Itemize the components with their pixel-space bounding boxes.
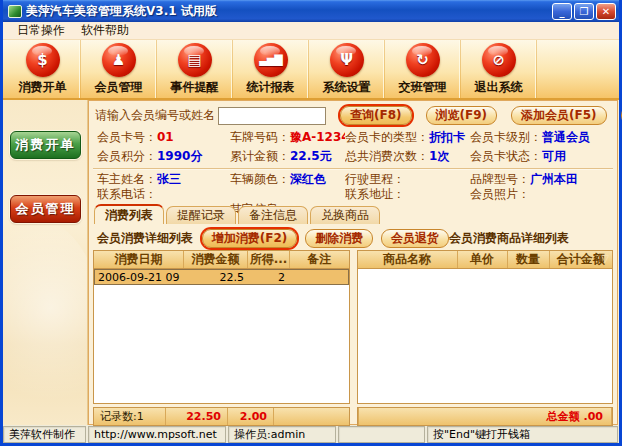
consume-row-selected[interactable]: 2006-09-21 09 22.5 2 xyxy=(94,269,349,285)
main-panel: 请输入会员编号或姓名 查询(F8) 浏览(F9) 添加会员(F5) 清除会员信息… xyxy=(88,100,618,425)
contact-address: 联系地址： xyxy=(345,186,470,201)
toolbar-shift-management[interactable]: ↻ 交班管理 xyxy=(385,40,461,98)
col-remark[interactable]: 备注 xyxy=(290,251,349,268)
toolbar-event-reminder[interactable]: ▤ 事件提醒 xyxy=(157,40,233,98)
goods-table-body xyxy=(358,269,613,403)
status-cashbox-hint: 按"End"键打开钱箱 xyxy=(427,426,618,443)
total-consume-count: 总共消费次数：1次 xyxy=(345,148,470,167)
app-icon xyxy=(8,5,22,18)
member-search-input[interactable] xyxy=(218,107,326,125)
consume-actions-row: 会员消费详细列表 增加消费(F2) 删除消费 会员退货 会员消费商品详细列表 xyxy=(97,227,609,249)
browse-button[interactable]: 浏览(F9) xyxy=(426,106,498,125)
sort-triangle-icon: ▽ xyxy=(601,253,609,264)
menu-software-help[interactable]: 软件帮助 xyxy=(73,22,137,39)
add-consume-button[interactable]: 增加消费(F2) xyxy=(202,229,298,248)
tab-remark-info[interactable]: 备注信息 xyxy=(238,206,308,224)
tab-consume-list[interactable]: 消费列表 xyxy=(94,204,164,224)
member-card-number: 会员卡号：01 xyxy=(97,129,230,148)
consume-totals-strip: 记录数:1 22.50 2.00 xyxy=(93,407,350,426)
member-refund-button[interactable]: 会员退货 xyxy=(381,229,449,248)
consume-list-title: 会员消费详细列表 xyxy=(97,230,193,247)
tab-reminder-records[interactable]: 提醒记录 xyxy=(166,206,236,224)
tables-area: 消费日期 消费金额 所得... 备注 2006-09-21 09 22.5 2 xyxy=(93,250,613,404)
col-earned-points[interactable]: 所得... xyxy=(248,251,290,268)
query-button[interactable]: 查询(F8) xyxy=(340,106,412,125)
col-consume-date[interactable]: 消费日期 xyxy=(94,251,184,268)
card-type: 会员卡的类型：折扣卡 xyxy=(345,129,470,148)
member-search-row: 请输入会员编号或姓名 查询(F8) 浏览(F9) 添加会员(F5) 清除会员信息 xyxy=(95,104,613,127)
status-website[interactable]: http://www.mpsoft.net xyxy=(88,426,226,443)
mileage: 行驶里程： xyxy=(345,171,470,186)
status-operator: 操作员:admin xyxy=(228,426,336,443)
info-divider xyxy=(93,168,613,170)
member-photo: 会员照片： xyxy=(470,186,613,201)
col-consume-amount[interactable]: 消费金额 xyxy=(184,251,248,268)
goods-total: 总金额 .00 xyxy=(358,408,613,425)
search-label: 请输入会员编号或姓名 xyxy=(95,107,215,124)
member-points: 会员积分：1990分 xyxy=(97,148,230,167)
toolbar-system-settings[interactable]: Ψ 系统设置 xyxy=(309,40,385,98)
consume-detail-table[interactable]: 消费日期 消费金额 所得... 备注 2006-09-21 09 22.5 2 xyxy=(93,250,350,404)
owner-name: 车主姓名：张三 xyxy=(97,171,230,186)
consume-table-header: 消费日期 消费金额 所得... 备注 xyxy=(94,251,349,269)
toolbar-consume-billing[interactable]: $ 消费开单 xyxy=(5,40,81,98)
menu-daily-operations[interactable]: 日常操作 xyxy=(9,22,73,39)
vehicle-color: 车辆颜色：深红色 xyxy=(230,171,345,186)
sidebar-member-management-button[interactable]: 会员管理 xyxy=(10,195,81,223)
menu-bar: 日常操作 软件帮助 xyxy=(3,22,619,40)
goods-list-title: 会员消费商品详细列表 xyxy=(449,230,569,247)
totals-row: 记录数:1 22.50 2.00 总金额 .00 xyxy=(93,407,613,426)
brand-model: 品牌型号：广州本田 xyxy=(470,171,613,186)
sidebar: 消费开单 会员管理 xyxy=(3,100,88,425)
status-bar: 美萍软件制作 http://www.mpsoft.net 操作员:admin 按… xyxy=(3,425,619,443)
consume-table-body: 2006-09-21 09 22.5 2 xyxy=(94,269,349,403)
close-button[interactable]: ✕ xyxy=(596,3,616,20)
col-goods-name[interactable]: 商品名称 xyxy=(358,251,458,268)
notebook-icon: ▤ xyxy=(178,43,212,77)
total-amount-label: 总金额 xyxy=(547,409,580,424)
status-empty xyxy=(338,426,425,443)
points-sum: 2.00 xyxy=(228,408,274,425)
col-quantity[interactable]: 数量 xyxy=(508,251,550,268)
plate-number: 车牌号码：豫A-12345 xyxy=(230,129,345,148)
title-bar: 美萍汽车美容管理系统V3.1 试用版 _ ❐ ✕ xyxy=(3,0,619,22)
card-level: 会员卡级别：普通会员 xyxy=(470,129,613,148)
total-amount-value: .00 xyxy=(584,410,604,423)
col-unit-price[interactable]: 单价 xyxy=(458,251,508,268)
toolbar: $ 消费开单 ♟ 会员管理 ▤ 事件提醒 ▃▅▇ 统计报表 Ψ 系统设置 ↻ 交… xyxy=(3,40,619,100)
goods-totals-strip: 总金额 .00 xyxy=(357,407,614,426)
member-info-top: 会员卡号：01 车牌号码：豫A-12345 会员卡的类型：折扣卡 会员卡级别：普… xyxy=(97,129,613,167)
sidebar-decoration xyxy=(3,220,88,425)
shift-icon: ↻ xyxy=(406,43,440,77)
sidebar-consume-billing-button[interactable]: 消费开单 xyxy=(10,131,81,159)
toolbar-statistics-report[interactable]: ▃▅▇ 统计报表 xyxy=(233,40,309,98)
tab-exchange-goods[interactable]: 兑换商品 xyxy=(310,206,380,224)
status-maker: 美萍软件制作 xyxy=(3,426,86,443)
amount-sum: 22.50 xyxy=(166,408,228,425)
toolbar-member-management[interactable]: ♟ 会员管理 xyxy=(81,40,157,98)
tools-icon: Ψ xyxy=(330,43,364,77)
dollar-icon: $ xyxy=(26,43,60,77)
contact-phone: 联系电话： xyxy=(97,186,230,201)
window-title: 美萍汽车美容管理系统V3.1 试用版 xyxy=(26,3,550,20)
record-count: 记录数:1 xyxy=(94,408,166,425)
app-window: 美萍汽车美容管理系统V3.1 试用版 _ ❐ ✕ 日常操作 软件帮助 $ 消费开… xyxy=(0,0,622,446)
goods-table-header: 商品名称 单价 数量 合计金额 ▽ xyxy=(358,251,613,269)
bar-chart-icon: ▃▅▇ xyxy=(254,43,288,77)
accumulated-amount: 累计金额：22.5元 xyxy=(230,148,345,167)
goods-detail-table[interactable]: 商品名称 单价 数量 合计金额 ▽ xyxy=(357,250,614,404)
add-member-button[interactable]: 添加会员(F5) xyxy=(511,106,607,125)
maximize-button[interactable]: ❐ xyxy=(574,3,594,20)
detail-tabs: 消费列表 提醒记录 备注信息 兑换商品 xyxy=(94,204,382,224)
minimize-button[interactable]: _ xyxy=(552,3,572,20)
exit-icon: ⊘ xyxy=(482,43,516,77)
content-area: 消费开单 会员管理 请输入会员编号或姓名 查询(F8) 浏览(F9) 添加会员(… xyxy=(3,100,619,425)
card-status: 会员卡状态：可用 xyxy=(470,148,613,167)
toolbar-exit-system[interactable]: ⊘ 退出系统 xyxy=(461,40,537,98)
delete-consume-button[interactable]: 删除消费 xyxy=(305,229,373,248)
member-icon: ♟ xyxy=(102,43,136,77)
